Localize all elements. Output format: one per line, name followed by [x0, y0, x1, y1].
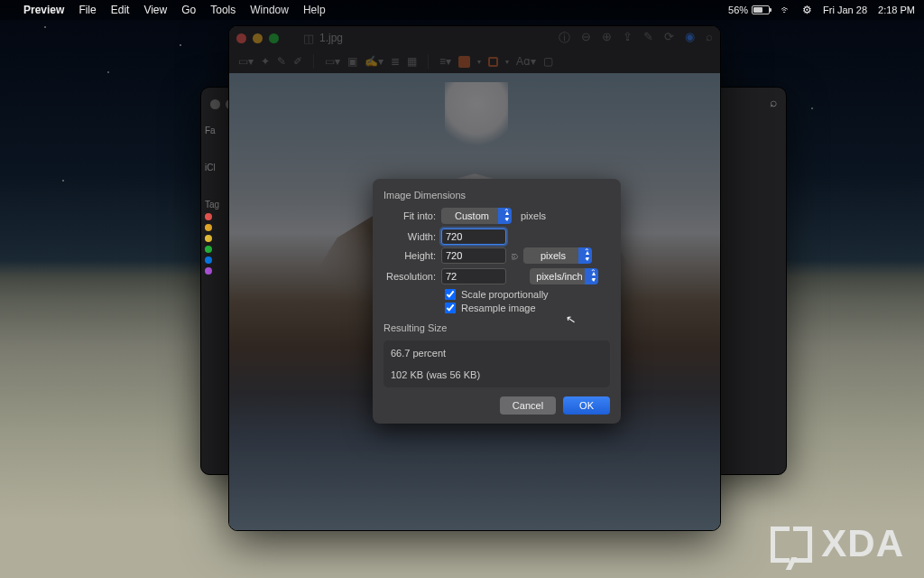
- xda-watermark: XDA: [771, 522, 904, 565]
- menubar-time[interactable]: 2:18 PM: [878, 5, 915, 15]
- resample-image-checkbox[interactable]: [445, 303, 456, 313]
- resolution-input[interactable]: [441, 268, 506, 284]
- resulting-filesize: 102 KB (was 56 KB): [391, 369, 603, 380]
- cancel-button[interactable]: Cancel: [500, 396, 556, 415]
- tag-green-icon[interactable]: [205, 246, 212, 253]
- height-input[interactable]: [441, 247, 506, 264]
- tag-yellow-icon[interactable]: [205, 235, 212, 242]
- xda-logo-icon: [771, 523, 812, 564]
- width-input[interactable]: [441, 228, 506, 245]
- dimension-unit-select[interactable]: pixels: [523, 247, 592, 264]
- resolution-unit-select[interactable]: pixels/inch: [530, 268, 598, 284]
- lock-aspect-icon[interactable]: ⟄: [512, 250, 518, 261]
- menu-file[interactable]: File: [79, 4, 96, 16]
- tag-blue-icon[interactable]: [205, 256, 212, 264]
- sidebar-icloud-label: iCl: [201, 157, 217, 174]
- finder-sidebar: Fa iCl Tag: [201, 120, 217, 474]
- app-menu[interactable]: Preview: [23, 4, 64, 16]
- finder-traffic-close[interactable]: [210, 99, 220, 109]
- resolution-label: Resolution:: [383, 271, 436, 282]
- wifi-icon[interactable]: ᯤ: [781, 4, 791, 16]
- dialog-section-title: Image Dimensions: [383, 190, 610, 200]
- battery-percent: 56%: [728, 5, 748, 15]
- resulting-size-box: 66.7 percent 102 KB (was 56 KB): [383, 340, 610, 387]
- menu-go[interactable]: Go: [181, 4, 196, 16]
- menu-edit[interactable]: Edit: [111, 4, 130, 16]
- fit-into-label: Fit into:: [383, 210, 436, 221]
- fit-into-select[interactable]: Custom: [441, 208, 512, 224]
- resulting-size-title: Resulting Size: [383, 322, 610, 333]
- ok-button[interactable]: OK: [563, 396, 610, 415]
- battery-status[interactable]: 56%: [728, 5, 770, 15]
- fit-into-unit: pixels: [521, 210, 546, 221]
- menubar-date[interactable]: Fri Jan 28: [823, 5, 867, 15]
- menu-help[interactable]: Help: [303, 4, 326, 16]
- scale-proportionally-label: Scale proportionally: [461, 289, 549, 300]
- search-icon[interactable]: ⌕: [770, 95, 777, 109]
- menu-window[interactable]: Window: [250, 4, 289, 16]
- menubar: Preview File Edit View Go Tools Window H…: [0, 0, 924, 20]
- menu-view[interactable]: View: [143, 4, 167, 16]
- scale-proportionally-checkbox[interactable]: [445, 289, 456, 300]
- tag-red-icon[interactable]: [205, 213, 212, 220]
- sidebar-tags-label: Tag: [201, 194, 217, 211]
- control-center-icon[interactable]: ⚙: [802, 4, 812, 16]
- resulting-percent: 66.7 percent: [391, 348, 603, 359]
- sidebar-favorites-label: Fa: [201, 120, 217, 137]
- height-label: Height:: [383, 250, 436, 261]
- tag-purple-icon[interactable]: [205, 267, 212, 275]
- resample-image-label: Resample image: [461, 303, 536, 313]
- tag-orange-icon[interactable]: [205, 224, 212, 231]
- battery-icon: [752, 5, 770, 14]
- xda-text: XDA: [821, 522, 904, 565]
- menu-tools[interactable]: Tools: [210, 4, 236, 16]
- width-label: Width:: [383, 231, 436, 242]
- image-dimensions-dialog: Image Dimensions Fit into: Custom ▴▾ pix…: [373, 179, 621, 424]
